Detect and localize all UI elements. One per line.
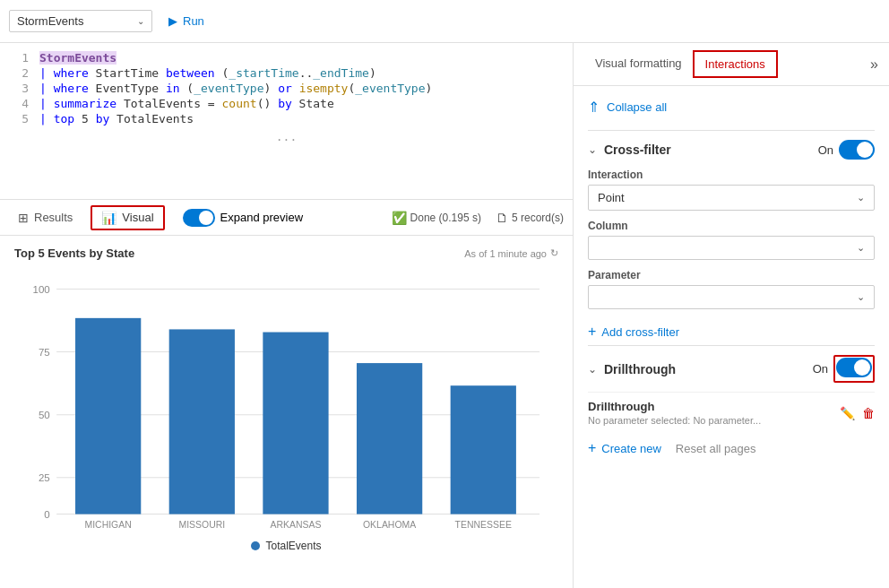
bar-michigan[interactable]: [75, 318, 141, 514]
reset-all-button[interactable]: Reset all pages: [676, 442, 756, 455]
svg-text:MICHIGAN: MICHIGAN: [85, 520, 132, 530]
expand-preview-toggle-area: Expand preview: [183, 209, 304, 227]
run-button[interactable]: ▶ Run: [161, 11, 211, 31]
drillthrough-chevron: ⌄: [588, 363, 597, 376]
check-icon: ✅: [392, 211, 407, 225]
bar-oklahoma[interactable]: [357, 363, 422, 514]
chart-timestamp: As of 1 minute ago ↻: [464, 247, 558, 259]
column-label: Column: [588, 220, 875, 232]
cross-filter-title: Cross-filter: [604, 143, 818, 157]
run-label: Run: [183, 14, 204, 28]
run-icon: ▶: [168, 14, 177, 28]
drillthrough-actions: ✏️ 🗑: [840, 406, 875, 420]
interaction-select[interactable]: Point ⌄: [588, 185, 875, 211]
tab-visual[interactable]: 📊 Visual: [91, 205, 164, 230]
panel-expand-icon[interactable]: »: [870, 56, 878, 73]
expand-preview-label: Expand preview: [220, 211, 304, 224]
edit-icon[interactable]: ✏️: [840, 406, 855, 420]
column-chevron-icon: ⌄: [857, 242, 865, 254]
bar-chart-svg: 100 75 50 25 0 MICHIGAN MISS: [14, 267, 558, 536]
tab-interactions[interactable]: Interactions: [693, 50, 778, 78]
cross-filter-toggle-area: On: [818, 140, 875, 160]
interaction-chevron-icon: ⌄: [857, 192, 865, 203]
svg-text:TENNESSEE: TENNESSEE: [455, 520, 512, 530]
code-line-1: 1 StormEvents: [0, 50, 573, 65]
status-done: ✅ Done (0.195 s): [392, 211, 481, 225]
visual-icon: 📊: [101, 211, 117, 225]
drillthrough-title: Drillthrough: [604, 362, 813, 376]
tab-visual-formatting[interactable]: Visual formatting: [584, 51, 693, 77]
add-cross-filter-button[interactable]: + Add cross-filter: [588, 318, 875, 345]
drillthrough-item-desc: No parameter selected: No parameter...: [588, 415, 761, 426]
cross-filter-chevron: ⌄: [588, 143, 597, 156]
parameter-field: Parameter ⌄: [588, 269, 875, 309]
drillthrough-item-header: Drillthrough No parameter selected: No p…: [588, 400, 875, 426]
right-panel: Visual formatting Interactions » ⇑ Colla…: [574, 43, 889, 588]
refresh-icon[interactable]: ↻: [550, 247, 558, 259]
cross-filter-header[interactable]: ⌄ Cross-filter On: [588, 131, 875, 169]
drillthrough-header[interactable]: ⌄ Drillthrough On: [588, 346, 875, 392]
query-selector[interactable]: StormEvents ⌄: [9, 10, 152, 32]
cross-filter-toggle[interactable]: [839, 140, 875, 160]
create-new-plus-icon: +: [588, 440, 596, 456]
create-new-button[interactable]: + Create new: [588, 440, 661, 456]
chart-area: Top 5 Events by State As of 1 minute ago…: [0, 236, 573, 588]
main-content: 1 StormEvents 2 | where StartTime betwee…: [0, 43, 889, 588]
svg-text:0: 0: [44, 509, 49, 520]
left-panel: 1 StormEvents 2 | where StartTime betwee…: [0, 43, 574, 588]
drillthrough-toggle[interactable]: [836, 358, 872, 377]
results-tab-label: Results: [34, 211, 73, 224]
svg-text:OKLAHOMA: OKLAHOMA: [363, 520, 416, 530]
legend-dot: [251, 541, 260, 550]
svg-text:50: 50: [39, 410, 50, 420]
collapse-icon: ⇑: [588, 99, 600, 116]
code-ellipsis: ...: [0, 126, 573, 147]
delete-icon[interactable]: 🗑: [862, 406, 875, 420]
column-field: Column ⌄: [588, 220, 875, 260]
records-icon: 🗋: [496, 211, 508, 225]
svg-text:25: 25: [39, 472, 50, 483]
panel-body: ⇑ Collapse all ⌄ Cross-filter On Inte: [574, 86, 889, 472]
panel-tabs: Visual formatting Interactions »: [574, 43, 889, 86]
drillthrough-toggle-outline: [833, 355, 875, 383]
parameter-select[interactable]: ⌄: [588, 285, 875, 309]
drillthrough-toggle-area: On: [813, 355, 875, 383]
collapse-all-button[interactable]: ⇑ Collapse all: [588, 95, 875, 119]
done-label: Done (0.195 s): [410, 212, 481, 224]
plus-icon: +: [588, 324, 596, 340]
drillthrough-item-name: Drillthrough: [588, 400, 761, 413]
toolbar: StormEvents ⌄ ▶ Run: [0, 0, 889, 43]
query-name: StormEvents: [17, 14, 130, 28]
bar-tennessee[interactable]: [451, 385, 516, 514]
records-count: 🗋 5 record(s): [496, 211, 564, 225]
code-line-5: 5 | top 5 by TotalEvents: [0, 111, 573, 126]
column-select[interactable]: ⌄: [588, 236, 875, 260]
tab-results[interactable]: ⊞ Results: [9, 207, 82, 229]
parameter-label: Parameter: [588, 269, 875, 281]
svg-text:75: 75: [39, 347, 50, 358]
tabs-bar: ⊞ Results 📊 Visual Expand preview ✅ Done…: [0, 200, 573, 236]
drillthrough-section: ⌄ Drillthrough On Drillthr: [588, 345, 875, 463]
bar-arkansas[interactable]: [263, 333, 328, 514]
svg-text:MISSOURI: MISSOURI: [178, 520, 225, 530]
records-label: 5 record(s): [512, 212, 564, 224]
svg-text:100: 100: [33, 284, 50, 295]
interaction-label: Interaction: [588, 169, 875, 181]
code-line-3: 3 | where EventType in (_eventType) or i…: [0, 81, 573, 96]
interaction-value: Point: [598, 191, 625, 204]
code-line-2: 2 | where StartTime between (_startTime.…: [0, 65, 573, 81]
legend-label: TotalEvents: [265, 540, 321, 552]
code-line-4: 4 | summarize TotalEvents = count() by S…: [0, 96, 573, 111]
code-editor[interactable]: 1 StormEvents 2 | where StartTime betwee…: [0, 43, 573, 200]
svg-text:ARKANSAS: ARKANSAS: [270, 520, 321, 530]
expand-preview-toggle[interactable]: [183, 209, 215, 227]
parameter-chevron-icon: ⌄: [857, 291, 865, 303]
chart-container: 100 75 50 25 0 MICHIGAN MISS: [14, 267, 558, 536]
bar-missouri[interactable]: [169, 329, 235, 514]
visual-tab-label: Visual: [122, 211, 153, 224]
chevron-down-icon: ⌄: [137, 16, 144, 26]
chart-legend: TotalEvents: [14, 540, 558, 552]
bottom-actions: + Create new Reset all pages: [588, 433, 875, 463]
results-icon: ⊞: [18, 211, 29, 225]
cross-filter-section: ⌄ Cross-filter On Interaction Point ⌄: [588, 130, 875, 345]
